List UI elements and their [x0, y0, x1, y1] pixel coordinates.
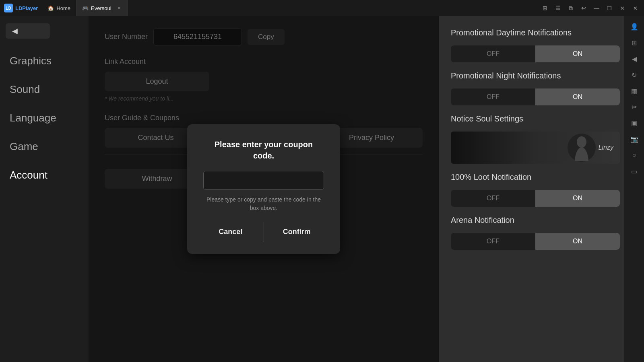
sidebar-item-language-label: Language: [10, 112, 56, 124]
display-icon-btn[interactable]: ⧉: [565, 2, 576, 14]
loot-notif-off[interactable]: OFF: [451, 190, 535, 207]
modal-hint: Please type or copy and paste the code i…: [203, 195, 324, 212]
sidebar-apps-icon[interactable]: ▦: [627, 84, 642, 98]
modal-overlay[interactable]: Please enter your coupon code. Please ty…: [89, 16, 439, 362]
sidebar-item-language[interactable]: Language: [0, 104, 89, 132]
sidebar-profile-icon[interactable]: 👤: [627, 19, 642, 34]
loot-notif-on[interactable]: ON: [535, 190, 620, 207]
tab-eversoul-close[interactable]: ✕: [116, 5, 122, 11]
sidebar-item-account[interactable]: Account: [0, 161, 89, 189]
restore-btn[interactable]: ❐: [604, 2, 615, 14]
promo-daytime-title: Promotional Daytime Notifications: [451, 28, 612, 37]
modal-confirm-button[interactable]: Confirm: [270, 222, 324, 242]
soul-silhouette-icon: [568, 134, 596, 162]
right-panel: Promotional Daytime Notifications OFF ON…: [439, 16, 624, 362]
promo-night-on[interactable]: ON: [535, 88, 620, 105]
tab-home-label: Home: [56, 5, 70, 11]
sidebar-grid-icon[interactable]: ⊞: [627, 35, 642, 50]
loot-notif-row: 100% Loot Notification OFF ON: [451, 173, 612, 207]
sidebar-sync-icon[interactable]: ↻: [627, 68, 642, 82]
promo-daytime-off[interactable]: OFF: [451, 45, 535, 62]
coupon-modal: Please enter your coupon code. Please ty…: [187, 124, 340, 254]
arena-notif-on[interactable]: ON: [535, 233, 620, 250]
coupon-input[interactable]: [203, 171, 324, 190]
sidebar-camera-icon[interactable]: 📷: [627, 132, 642, 146]
app-logo-text: LDPlayer: [15, 5, 38, 11]
content-area: User Number 645521155731 Copy Link Accou…: [89, 16, 439, 362]
sidebar-rect-icon[interactable]: ▭: [627, 164, 642, 179]
titlebar-controls: ⊞ ☰ ⧉ ↩ — ❐ ✕ ✕: [539, 2, 644, 14]
titlebar: LD LDPlayer 🏠 Home 🎮 Eversoul ✕ ⊞ ☰ ⧉ ↩ …: [0, 0, 644, 16]
promo-night-title: Promotional Night Notifications: [451, 71, 612, 80]
left-nav: ◀ Graphics Sound Language Game Account: [0, 16, 89, 362]
arena-notif-title: Arena Notification: [451, 216, 612, 225]
tab-eversoul[interactable]: 🎮 Eversoul ✕: [76, 0, 128, 16]
sidebar-item-game[interactable]: Game: [0, 132, 89, 161]
sidebar-item-sound[interactable]: Sound: [0, 75, 89, 104]
modal-btn-divider: [264, 222, 264, 242]
notice-soul-title: Notice Soul Settings: [451, 114, 612, 123]
sidebar-item-graphics-label: Graphics: [10, 55, 52, 67]
loot-notif-toggle: OFF ON: [451, 190, 620, 207]
modal-cancel-button[interactable]: Cancel: [203, 222, 258, 242]
promo-daytime-row: Promotional Daytime Notifications OFF ON: [451, 28, 612, 62]
promo-daytime-on[interactable]: ON: [535, 45, 620, 62]
main-area: ◀ Graphics Sound Language Game Account U…: [0, 16, 624, 362]
promo-daytime-toggle: OFF ON: [451, 45, 620, 62]
promo-night-toggle: OFF ON: [451, 88, 620, 105]
menu-icon-btn[interactable]: ☰: [552, 2, 564, 14]
arena-notif-toggle: OFF ON: [451, 233, 620, 250]
soul-image[interactable]: Linzy: [451, 132, 620, 164]
tab-eversoul-label: Eversoul: [91, 5, 111, 11]
svg-point-0: [577, 136, 586, 148]
back-button[interactable]: ◀: [6, 23, 50, 39]
home-icon: 🏠: [47, 5, 54, 11]
app-logo-icon: LD: [4, 4, 13, 12]
sidebar-scissors-icon[interactable]: ✂: [627, 100, 642, 114]
tab-bar: 🏠 Home 🎮 Eversoul ✕: [42, 0, 128, 16]
notice-soul-section: Notice Soul Settings Linzy: [451, 114, 612, 164]
soul-name: Linzy: [599, 144, 613, 151]
sidebar-back-icon[interactable]: ◀: [627, 51, 642, 66]
app-logo: LD LDPlayer: [0, 4, 42, 12]
sidebar-record-icon[interactable]: ▣: [627, 116, 642, 130]
arena-notif-row: Arena Notification OFF ON: [451, 216, 612, 250]
promo-night-row: Promotional Night Notifications OFF ON: [451, 71, 612, 105]
promo-night-off[interactable]: OFF: [451, 88, 535, 105]
sidebar-circle-icon[interactable]: ○: [627, 148, 642, 162]
modal-title: Please enter your coupon code.: [203, 139, 324, 161]
ldplayer-close-btn[interactable]: ✕: [630, 2, 641, 14]
rotate-icon-btn[interactable]: ↩: [578, 2, 589, 14]
controller-icon-btn[interactable]: ⊞: [539, 2, 551, 14]
sidebar-item-game-label: Game: [10, 140, 38, 152]
loot-notif-title: 100% Loot Notification: [451, 173, 612, 182]
eversoul-icon: 🎮: [82, 5, 89, 11]
right-sidebar: 👤 ⊞ ◀ ↻ ▦ ✂ ▣ 📷 ○ ▭: [624, 16, 644, 362]
close-btn[interactable]: ✕: [617, 2, 628, 14]
modal-buttons: Cancel Confirm: [203, 222, 324, 242]
sidebar-item-account-label: Account: [10, 169, 47, 181]
minimize-btn[interactable]: —: [591, 2, 602, 14]
sidebar-item-graphics[interactable]: Graphics: [0, 47, 89, 75]
tab-home[interactable]: 🏠 Home: [42, 0, 76, 16]
arena-notif-off[interactable]: OFF: [451, 233, 535, 250]
sidebar-item-sound-label: Sound: [10, 83, 40, 95]
